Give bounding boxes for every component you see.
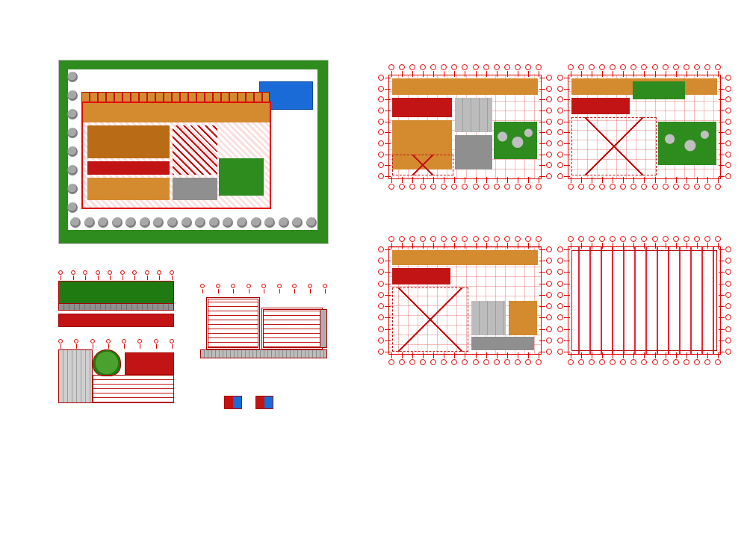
floor-plan-3 [388, 246, 542, 355]
legend-chip-b [255, 396, 273, 409]
floor-plan-1 [388, 75, 542, 179]
floor-plan-2 [568, 75, 721, 179]
section-a [200, 290, 327, 358]
elevation-1 [58, 276, 174, 327]
tree-row-left [66, 71, 78, 214]
roof-plan [568, 246, 721, 355]
legend-chip-a [224, 396, 242, 409]
building-footprint [81, 102, 271, 209]
drawing-sheet [0, 0, 747, 560]
legend [224, 396, 273, 409]
tree-row-bottom [69, 217, 317, 228]
parking-strip [81, 92, 270, 102]
site-plan [58, 60, 329, 244]
elevation-2 [58, 345, 174, 403]
